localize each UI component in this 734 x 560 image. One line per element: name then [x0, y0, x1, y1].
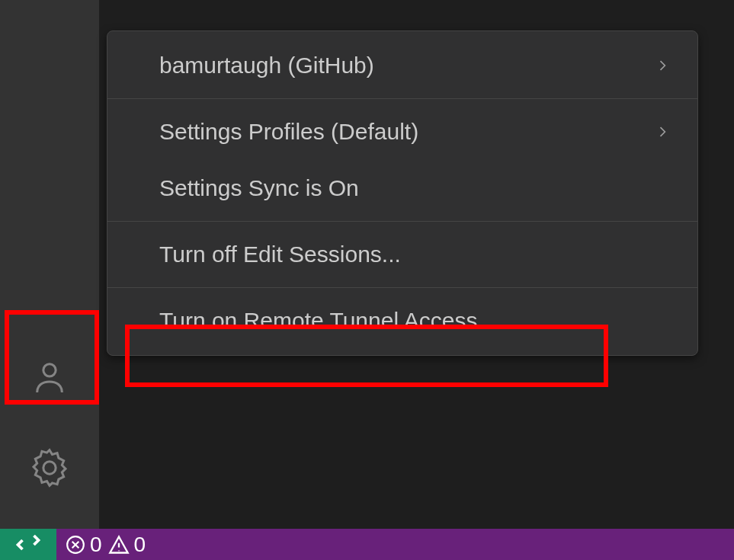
- menu-item-profiles[interactable]: Settings Profiles (Default): [107, 104, 697, 160]
- chevron-right-icon: [655, 53, 670, 78]
- menu-divider: [107, 98, 697, 99]
- accounts-icon[interactable]: [11, 338, 88, 414]
- chevron-right-icon: [655, 119, 670, 145]
- menu-item-account[interactable]: bamurtaugh (GitHub): [107, 37, 697, 94]
- status-bar-main: 0 0: [56, 529, 734, 560]
- svg-point-0: [43, 364, 56, 376]
- warning-count: 0: [134, 533, 146, 557]
- menu-item-remote-tunnel[interactable]: Turn on Remote Tunnel Access...: [107, 293, 697, 349]
- activity-bar: [0, 0, 99, 529]
- menu-item-label: Settings Sync is On: [159, 175, 359, 201]
- status-warnings[interactable]: 0: [108, 533, 146, 557]
- settings-gear-icon[interactable]: [11, 430, 88, 506]
- error-count: 0: [90, 533, 102, 557]
- svg-point-1: [43, 462, 56, 474]
- menu-item-label: Turn on Remote Tunnel Access...: [159, 308, 496, 334]
- menu-divider: [107, 287, 697, 288]
- status-errors[interactable]: 0: [66, 533, 102, 557]
- accounts-context-menu: bamurtaugh (GitHub) Settings Profiles (D…: [107, 30, 698, 356]
- menu-item-label: bamurtaugh (GitHub): [159, 53, 374, 78]
- menu-item-label: Settings Profiles (Default): [159, 119, 418, 145]
- remote-indicator[interactable]: [0, 529, 56, 560]
- menu-divider: [107, 221, 697, 222]
- menu-item-label: Turn off Edit Sessions...: [159, 242, 401, 267]
- menu-item-sync[interactable]: Settings Sync is On: [107, 160, 697, 216]
- status-bar: 0 0: [0, 529, 734, 560]
- menu-item-edit-sessions[interactable]: Turn off Edit Sessions...: [107, 226, 697, 283]
